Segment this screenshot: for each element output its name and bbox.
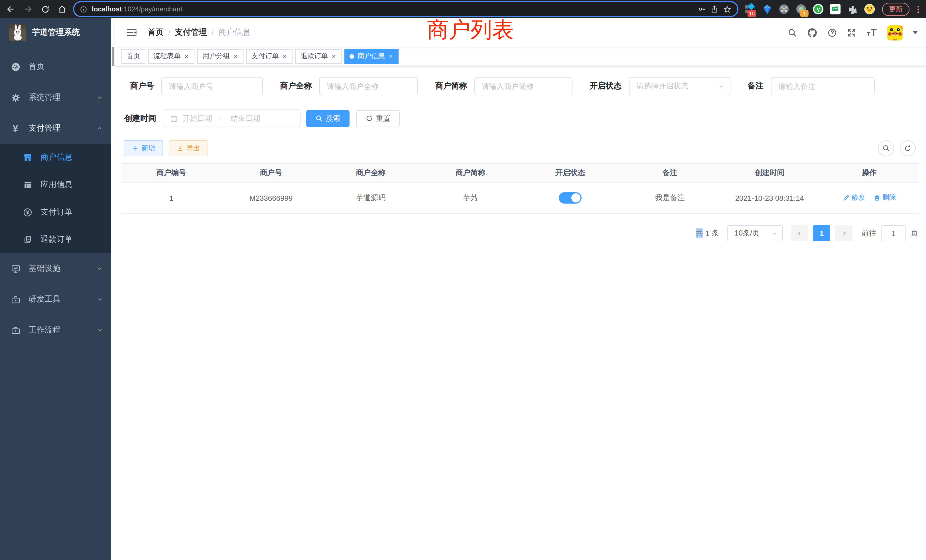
breadcrumb-current: 商户信息 [218, 27, 250, 38]
status-select[interactable]: 请选择开启状态 [629, 77, 731, 95]
extension-badge-2: 1 [800, 10, 808, 17]
sidebar-item-payment[interactable]: ¥ 支付管理 [0, 113, 111, 144]
sidebar-item-label: 支付订单 [41, 207, 103, 217]
browser-update-button[interactable]: 更新 [882, 3, 909, 16]
sidebar-item-merchant-info[interactable]: 商户信息 [0, 144, 111, 171]
tab-label: 退款订单 [301, 51, 328, 61]
browser-menu-icon[interactable] [916, 5, 920, 13]
status-toggle-on[interactable] [559, 192, 582, 204]
tab-merchant-info-active[interactable]: 商户信息 × [344, 49, 399, 64]
tab-user-group[interactable]: 用户分组 × [197, 49, 244, 64]
total-count: 1 [705, 229, 709, 238]
sidebar-item-label: 研发工具 [29, 294, 88, 304]
extension-recorder-icon[interactable]: 1 [796, 3, 807, 15]
extension-grid-icon[interactable]: 10 [744, 3, 755, 15]
font-size-icon[interactable] [866, 28, 878, 37]
filter-full-name: 商户全称 [280, 77, 418, 95]
monitor-chart-icon [10, 263, 21, 274]
tab-pay-order[interactable]: 支付订单 × [246, 49, 292, 64]
sidebar-item-app-info[interactable]: 应用信息 [0, 171, 111, 198]
app-title: 芋道管理系统 [32, 27, 80, 38]
search-button-label: 搜索 [325, 113, 340, 123]
full-name-input[interactable] [319, 77, 418, 95]
help-icon[interactable] [828, 28, 837, 37]
sidebar-item-infrastructure[interactable]: 基础设施 [0, 253, 111, 284]
next-page-button[interactable] [835, 225, 852, 241]
sidebar-item-system[interactable]: 系统管理 [0, 82, 111, 113]
extension-vue-icon[interactable]: y [813, 3, 824, 15]
tab-refund-order[interactable]: 退款订单 × [295, 49, 342, 64]
scrollbar-thumb[interactable] [112, 47, 114, 66]
avatar-dropdown-caret[interactable] [912, 31, 918, 34]
fullscreen-icon[interactable] [847, 28, 856, 37]
user-avatar-pikachu[interactable] [887, 25, 903, 40]
search-button[interactable]: 搜索 [306, 110, 350, 127]
hamburger-icon[interactable] [124, 27, 140, 38]
merchant-no-input[interactable] [161, 77, 263, 95]
page-size-select[interactable]: 10条/页 [727, 225, 783, 241]
breadcrumb-home[interactable]: 首页 [148, 27, 163, 38]
edit-link[interactable]: 修改 [843, 193, 865, 203]
create-time-range-picker[interactable]: 开始日期 - 结束日期 [163, 109, 301, 127]
toggle-knob [571, 193, 581, 203]
back-icon[interactable] [6, 4, 16, 14]
breadcrumb-separator: / [168, 28, 171, 37]
show-search-toggle-button[interactable] [878, 140, 894, 156]
sidebar-item-home[interactable]: 首页 [0, 51, 111, 82]
delete-link[interactable]: 删除 [874, 193, 896, 203]
extension-chat-icon[interactable] [830, 3, 841, 15]
profile-emoji-avatar[interactable] [864, 3, 875, 15]
url-bar[interactable]: localhost:1024/pay/merchant [74, 2, 737, 16]
close-icon[interactable]: × [184, 53, 189, 60]
page-1-button[interactable]: 1 [813, 225, 830, 241]
extension-pin-icon[interactable] [761, 3, 773, 15]
filter-short-name: 商户简称 [435, 77, 572, 95]
cell-status [520, 182, 620, 213]
delete-label: 删除 [882, 193, 896, 203]
sidebar-item-label: 应用信息 [41, 180, 103, 190]
chevron-up-icon [96, 125, 103, 132]
remark-input[interactable] [771, 77, 875, 95]
prev-page-button[interactable] [791, 225, 808, 241]
sidebar-item-refund-order[interactable]: 退款订单 [0, 226, 111, 253]
sidebar-item-pay-order[interactable]: 支付订单 [0, 198, 111, 226]
sidebar-scrollbar [111, 18, 115, 560]
sidebar-item-workflow[interactable]: 工作流程 [0, 315, 111, 345]
tab-flow-form[interactable]: 流程表单 × [148, 49, 194, 64]
bookmark-star-icon[interactable] [723, 5, 732, 14]
key-icon[interactable] [698, 5, 706, 13]
app-logo[interactable]: 芋道管理系统 [0, 18, 111, 47]
close-icon[interactable]: × [282, 53, 287, 60]
payment-submenu: 商户信息 应用信息 支付订单 [0, 144, 111, 253]
select-placeholder: 请选择开启状态 [636, 81, 688, 91]
breadcrumb-payment[interactable]: 支付管理 [175, 27, 207, 38]
export-button[interactable]: 导出 [169, 140, 208, 156]
extension-command-icon[interactable] [778, 3, 790, 15]
puzzle-extensions-icon[interactable] [847, 3, 858, 15]
github-icon[interactable] [807, 27, 818, 38]
field-label: 商户号 [130, 81, 154, 91]
briefcase-icon [10, 325, 21, 335]
share-icon[interactable] [710, 5, 719, 13]
col-short-name: 商户简称 [421, 163, 520, 182]
col-merchant-id: 商户编号 [121, 163, 221, 182]
pagination-goto: 前往 页 [862, 225, 918, 241]
short-name-input[interactable] [474, 77, 572, 95]
refresh-button[interactable] [900, 140, 916, 156]
search-icon[interactable] [787, 28, 797, 37]
reload-icon[interactable] [40, 4, 50, 14]
tab-home[interactable]: 首页 [121, 49, 145, 64]
page-content: 商户号 商户全称 商户简称 开启状态 请选择开启状态 [115, 77, 926, 241]
close-icon[interactable]: × [388, 53, 393, 60]
close-icon[interactable]: × [331, 53, 336, 60]
add-button[interactable]: 新增 [124, 140, 163, 156]
goto-page-input[interactable] [881, 225, 906, 241]
close-icon[interactable]: × [233, 53, 238, 60]
home-icon[interactable] [57, 4, 67, 14]
forward-icon[interactable] [23, 4, 33, 14]
url-text[interactable]: localhost:1024/pay/merchant [92, 5, 183, 13]
sidebar-item-devtools[interactable]: 研发工具 [0, 284, 111, 315]
goto-label: 前往 [862, 228, 876, 238]
reset-button[interactable]: 重置 [356, 110, 400, 127]
info-icon[interactable] [80, 5, 87, 13]
